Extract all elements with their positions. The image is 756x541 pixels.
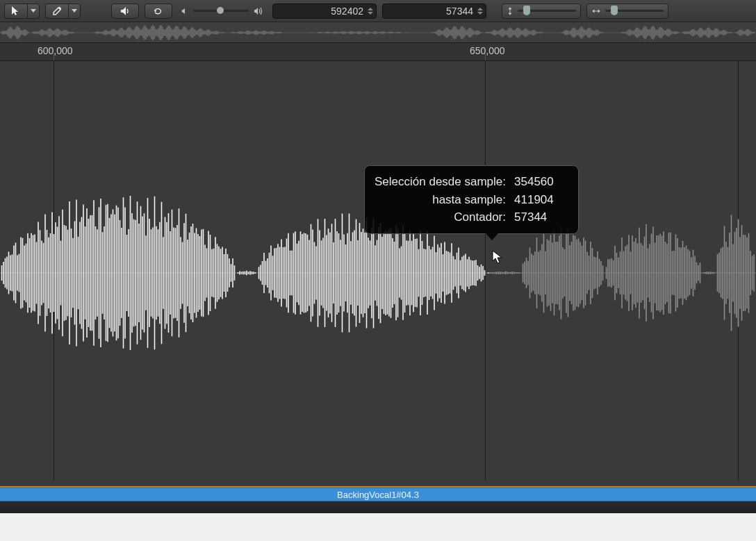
volume-high-icon [253,6,264,17]
stepper-down-icon[interactable] [477,12,483,15]
tooltip-label: hasta sample: [375,191,506,209]
region-name: BackingVocal1#04.3 [337,490,419,500]
position-value: 592402 [331,6,363,17]
tooltip-value: 354560 [514,173,568,191]
vertical-zoom-control[interactable] [502,3,581,19]
timeline-ruler[interactable]: 600,000 650,000 [0,43,756,61]
page-margin [0,513,756,541]
pointer-tool-button[interactable] [4,3,27,19]
selection-tooltip: Selección desde sample: 354560 hasta sam… [364,165,579,234]
vzoom-thumb[interactable] [523,6,530,15]
chevron-down-icon [31,9,36,13]
stepper-up-icon[interactable] [477,8,483,10]
speaker-icon [120,6,131,17]
cycle-icon [153,6,164,17]
stepper-up-icon[interactable] [368,8,373,10]
tooltip-row: Contador: 57344 [375,208,568,226]
volume-low-icon [181,7,189,15]
cycle-button[interactable] [145,3,172,19]
horizontal-zoom-icon [591,8,601,15]
tooltip-label: Contador: [375,208,506,226]
vertical-zoom-icon [507,6,513,17]
ruler-tick [485,53,486,60]
waveform-editor[interactable]: Selección desde sample: 354560 hasta sam… [0,61,756,481]
vzoom-track[interactable] [518,10,576,12]
tooltip-label: Selección desde sample: [375,173,506,191]
toolbar: 592402 57344 [0,0,756,22]
region-bar[interactable]: BackingVocal1#04.3 [0,486,756,501]
bottom-strip [0,501,756,513]
volume-slider[interactable] [178,6,267,17]
length-value: 57344 [446,6,473,17]
pencil-tool-button[interactable] [45,3,68,19]
pencil-icon [51,6,63,17]
position-display[interactable]: 592402 [272,3,377,19]
volume-track[interactable] [193,10,249,12]
horizontal-zoom-control[interactable] [586,3,668,19]
tooltip-value: 411904 [514,191,568,209]
hzoom-track[interactable] [605,10,664,12]
stepper-down-icon[interactable] [368,12,373,15]
tooltip-row: Selección desde sample: 354560 [375,173,568,191]
region-name-bar[interactable]: BackingVocal1#04.3 [0,488,756,501]
pencil-tool-group [45,3,81,19]
volume-thumb[interactable] [217,7,224,14]
chevron-down-icon [72,9,77,13]
length-display[interactable]: 57344 [382,3,486,19]
pointer-tool-menu[interactable] [27,3,40,19]
overview-svg [0,22,756,43]
preview-audio-button[interactable] [111,3,139,19]
pencil-tool-menu[interactable] [68,3,81,19]
pointer-icon [10,6,22,17]
ruler-label: 600,000 [38,45,73,56]
tooltip-row: hasta sample: 411904 [375,191,568,209]
ruler-label: 650,000 [470,45,505,56]
overview-waveform[interactable] [0,22,756,43]
ruler-tick [54,53,54,60]
pointer-tool-group [4,3,40,19]
hzoom-thumb[interactable] [611,6,618,15]
tooltip-value: 57344 [514,208,568,226]
